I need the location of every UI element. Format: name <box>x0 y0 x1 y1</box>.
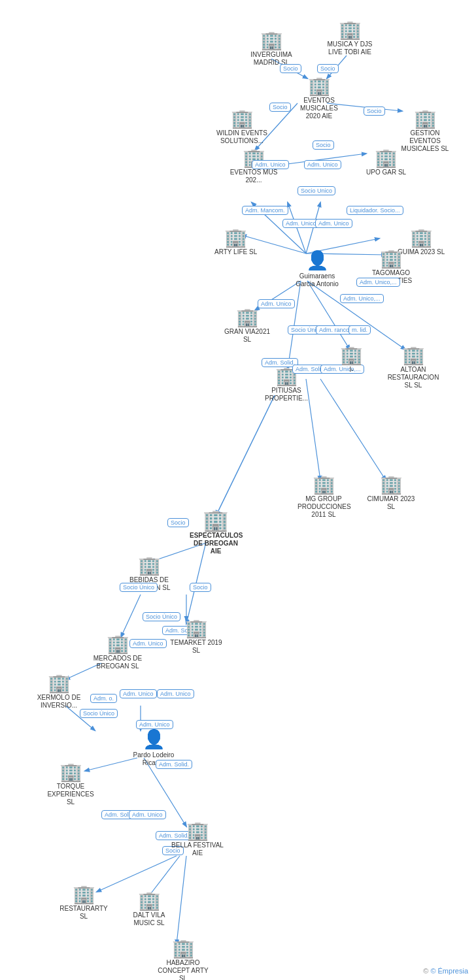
arty-life-icon: 🏢 <box>224 229 247 247</box>
mercados-label: MERCADOS DE BREOGAN SL <box>92 655 144 670</box>
badge-adm-unico-3: Adm. Unico <box>282 219 320 228</box>
habaziro-label: HABAZIRO CONCEPT ARTY SL <box>157 959 209 980</box>
badge-adm-unico-1: Adm. Unico <box>252 160 289 169</box>
temarket-label: TEMARKET 2019 SL <box>170 639 222 655</box>
guimaraens-person-icon: 👤 <box>306 250 329 271</box>
habaziro-icon: 🏢 <box>172 939 195 958</box>
cimumar-icon: 🏢 <box>380 476 403 494</box>
mg-group-node: 🏢 MG GROUP PRODUCCIONES 2011 SL <box>298 476 350 519</box>
eventos-mus-label: EVENTOS MUS 202... <box>228 169 280 184</box>
svg-line-17 <box>216 395 275 516</box>
badge-adm-unico-tag1: Adm. Unico,... <box>356 278 400 287</box>
arty-life-node: 🏢 ARTY LIFE SL <box>214 229 257 256</box>
arty-life-label: ARTY LIFE SL <box>214 248 257 256</box>
torque-icon: 🏢 <box>60 763 82 781</box>
torque-label: TORQUE EXPERIENCES SL <box>44 783 97 806</box>
altoan-icon: 🏢 <box>402 346 425 365</box>
dalt-vila-node: 🏢 DALT VILA MUSIC SL <box>123 892 175 927</box>
i-dash-icon: 🏢 <box>340 346 363 365</box>
mercados-icon: 🏢 <box>107 635 129 653</box>
restaurarty-label: RESTAURARTY SL <box>58 905 110 921</box>
xermolo-node: 🏢 XERMOLO DE INVERSIO... <box>33 674 85 710</box>
bella-festival-node: 🏢 BELLA FESTIVAL AIE <box>171 822 224 857</box>
musica-djs-icon: 🏢 <box>339 21 362 39</box>
badge-m-lid: m. lid. <box>348 325 371 335</box>
copyright-brand: © Émpresia <box>430 967 468 975</box>
altoan-label: ALTOAN RESTAURACION SL SL <box>387 366 439 389</box>
badge-socio-1: Socio <box>280 64 301 73</box>
tagomago-icon: 🏢 <box>380 250 403 268</box>
badge-adm-unico-bella: Adm. Unico <box>129 810 166 819</box>
guimaraens-label: Guimaraens Garcia Antonio <box>291 272 343 288</box>
badge-adm-mancom: Adm. Mancom. <box>242 206 288 215</box>
inverguima-node: 🏢 INVERGUIMA MADRID SL <box>245 31 298 67</box>
espectaculos-node[interactable]: 🏢 ESPECTACULOS DE BREOGAN AIE <box>190 510 242 555</box>
mg-group-label: MG GROUP PRODUCCIONES 2011 SL <box>298 495 350 519</box>
badge-adm-unico-pardo: Adm. Unico <box>136 720 173 729</box>
upo-gar-node: 🏢 UPO GAR SL <box>366 149 406 176</box>
badge-socio-2: Socio <box>317 64 339 73</box>
svg-line-6 <box>288 203 306 253</box>
badge-adm-unico-gran: Adm. Unico <box>258 299 295 308</box>
gran-via-icon: 🏢 <box>236 308 259 327</box>
wildin-icon: 🏢 <box>231 110 254 128</box>
gestion-eventos-label: GESTION EVENTOS MUSICALES SL <box>399 129 451 153</box>
cimumar-node: 🏢 CIMUMAR 2023 SL <box>365 476 417 511</box>
gran-via-node: 🏢 GRAN VIA2021 SL <box>221 308 273 344</box>
badge-socio-5: Socio <box>313 140 334 150</box>
restaurarty-icon: 🏢 <box>73 885 95 904</box>
svg-line-13 <box>307 281 405 350</box>
musica-djs-node: 🏢 MUSICA Y DJS LIVE TOBI AIE <box>324 21 376 56</box>
pardo-person-icon: 👤 <box>143 728 165 750</box>
gestion-eventos-icon: 🏢 <box>414 110 437 128</box>
badge-liquidador: Liquidador. Socio... <box>347 206 403 215</box>
altoan-node: 🏢 ALTOAN RESTAURACION SL SL <box>387 346 439 389</box>
badge-adm-o: Adm. o. <box>90 694 117 703</box>
restaurarty-node: 🏢 RESTAURARTY SL <box>58 885 110 921</box>
badge-adm-solid-pardo: Adm. Solid. <box>156 760 192 769</box>
svg-line-16 <box>320 379 386 480</box>
mg-group-icon: 🏢 <box>313 476 335 494</box>
badge-socio-unico-beb: Socio Único <box>120 583 158 592</box>
dalt-vila-icon: 🏢 <box>138 892 161 910</box>
torque-node: 🏢 TORQUE EXPERIENCES SL <box>44 763 97 806</box>
eventos-musicales-label: EVENTOS MUSICALES 2020 AIE <box>293 97 345 120</box>
guimaraens-node[interactable]: 👤 Guimaraens Garcia Antonio <box>291 250 343 288</box>
upo-gar-icon: 🏢 <box>375 149 398 167</box>
eventos-musicales-node: 🏢 EVENTOS MUSICALES 2020 AIE <box>293 77 345 120</box>
badge-adm-unico-tag2: Adm. Unico,... <box>340 294 384 303</box>
svg-line-19 <box>121 595 141 637</box>
espectaculos-icon: 🏢 <box>203 510 229 531</box>
pitiusas-label: PITIUSAS PROPERTIE... <box>260 387 313 402</box>
dalt-vila-label: DALT VILA MUSIC SL <box>123 911 175 927</box>
upo-gar-label: UPO GAR SL <box>366 169 406 176</box>
espectaculos-label: ESPECTACULOS DE BREOGAN AIE <box>190 532 242 555</box>
inverguima-icon: 🏢 <box>260 31 283 50</box>
badge-socio-beb: Socio <box>190 583 211 592</box>
badge-socio-unico-1: Socio Unico <box>298 186 335 195</box>
badge-socio-unico-xer: Socio Único <box>80 709 118 718</box>
xermolo-label: XERMOLO DE INVERSIO... <box>33 694 85 710</box>
xermolo-icon: 🏢 <box>48 674 71 693</box>
musica-djs-label: MUSICA Y DJS LIVE TOBI AIE <box>324 41 376 56</box>
bebidas-icon: 🏢 <box>138 557 161 575</box>
svg-line-26 <box>177 856 186 944</box>
habaziro-node: 🏢 HABAZIRO CONCEPT ARTY SL <box>157 939 209 980</box>
bella-festival-label: BELLA FESTIVAL AIE <box>171 841 224 857</box>
badge-socio-esp: Socio <box>167 518 189 527</box>
badge-adm-unico-2: Adm. Unico <box>304 160 341 169</box>
svg-line-14 <box>307 281 350 350</box>
bella-festival-icon: 🏢 <box>186 822 209 840</box>
diagram-canvas: 🏢 INVERGUIMA MADRID SL 🏢 MUSICA Y DJS LI… <box>0 0 476 980</box>
badge-adm-unico-xer: Adm. Unico <box>120 689 157 698</box>
gran-via-label: GRAN VIA2021 SL <box>221 328 273 344</box>
temarket-icon: 🏢 <box>185 619 208 638</box>
badge-socio-3: Socio <box>269 103 291 112</box>
i-dash-node: 🏢 I- <box>340 346 363 374</box>
badge-socio-4: Socio <box>364 106 385 116</box>
mercados-node: 🏢 MERCADOS DE BREOGAN SL <box>92 635 144 670</box>
badge-adm-unico-4: Adm. Unico <box>315 219 352 228</box>
copyright: © © Émpresia <box>423 967 468 975</box>
wildin-label: WILDIN EVENTS SOLUTIONS... <box>216 129 268 145</box>
wildin-node: 🏢 WILDIN EVENTS SOLUTIONS... <box>216 110 268 145</box>
